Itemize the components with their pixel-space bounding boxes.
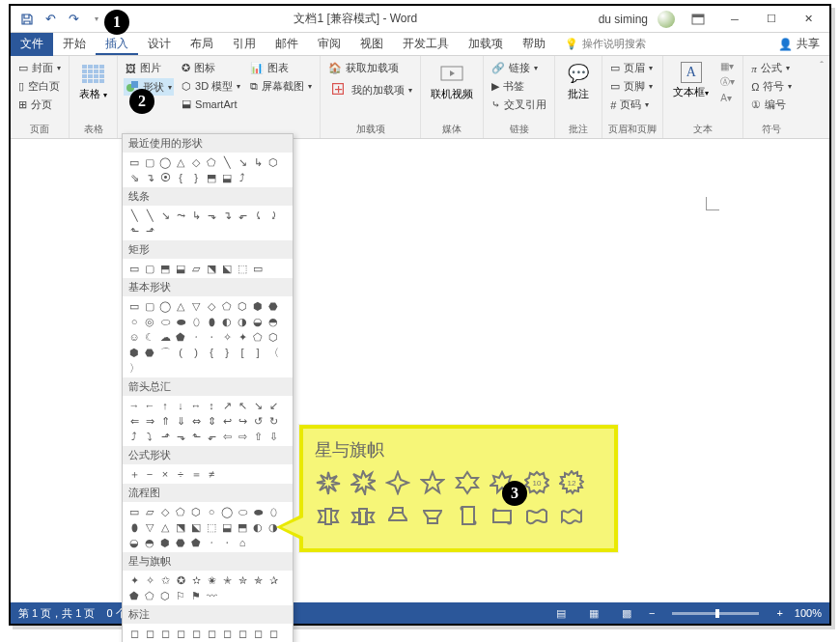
shape-thumb[interactable]: ⬎	[205, 209, 218, 222]
shape-thumb[interactable]: ✫	[189, 573, 203, 587]
shape-thumb[interactable]: {	[174, 171, 187, 184]
my-addins-button[interactable]: 我的加载项▾	[326, 78, 414, 101]
shape-thumb[interactable]: }	[189, 171, 203, 184]
shape-thumb[interactable]: ↙	[266, 399, 280, 412]
redo-icon[interactable]: ↷	[65, 11, 82, 28]
shape-thumb[interactable]: ⬝	[220, 536, 234, 549]
header-button[interactable]: ▭页眉▾	[608, 60, 657, 76]
shape-5pt-star[interactable]	[419, 469, 446, 496]
shape-thumb[interactable]: ⤸	[266, 209, 280, 222]
shape-thumb[interactable]: 〰	[205, 589, 218, 602]
shape-thumb[interactable]: ←	[143, 399, 156, 412]
shape-thumb[interactable]: ◻	[143, 627, 156, 640]
shape-thumb[interactable]: ⤴	[236, 171, 249, 184]
shape-12pt-seal[interactable]: 12	[558, 469, 585, 496]
shape-thumb[interactable]: ⬐	[236, 209, 249, 222]
shape-6pt-star[interactable]	[454, 469, 481, 496]
shape-thumb[interactable]: ⬑	[189, 430, 203, 443]
shape-thumb[interactable]: ☾	[143, 330, 156, 344]
shape-thumb[interactable]: ◻	[158, 627, 172, 640]
shape-thumb[interactable]: ⇐	[127, 414, 141, 428]
shape-vertical-scroll[interactable]	[454, 502, 481, 529]
shape-thumb[interactable]: ◻	[205, 627, 218, 640]
shape-thumb[interactable]: ⇒	[143, 414, 156, 428]
shape-thumb[interactable]: ▢	[143, 262, 156, 275]
shape-thumb[interactable]: ≠	[205, 467, 218, 481]
shape-thumb[interactable]: →	[127, 399, 141, 412]
shape-thumb[interactable]: ◐	[251, 520, 265, 534]
tab-mailings[interactable]: 邮件	[266, 33, 308, 55]
shape-thumb[interactable]: ↴	[143, 171, 156, 184]
shape-thumb[interactable]: ↩	[220, 414, 234, 428]
shape-thumb[interactable]: ⬒	[158, 262, 172, 275]
pictures-button[interactable]: 🖼图片	[124, 60, 174, 76]
shape-thumb[interactable]: ◓	[266, 315, 280, 328]
shape-thumb[interactable]: ↘	[236, 155, 249, 169]
shape-thumb[interactable]: ◻	[236, 627, 249, 640]
shape-thumb[interactable]: ◇	[158, 505, 172, 518]
symbol-button[interactable]: Ω符号▾	[749, 78, 794, 95]
shape-thumb[interactable]: ✬	[205, 573, 218, 587]
shape-thumb[interactable]: ⬭	[236, 505, 249, 518]
shape-thumb[interactable]: ]	[251, 346, 265, 359]
shape-thumb[interactable]: ▭	[127, 505, 141, 518]
shape-thumb[interactable]: ▱	[143, 505, 156, 518]
shape-thumb[interactable]: ⬟	[189, 536, 203, 549]
shape-thumb[interactable]: −	[143, 467, 156, 481]
dropcap-icon[interactable]: A▾	[718, 92, 737, 104]
shape-thumb[interactable]: ✭	[220, 573, 234, 587]
shape-thumb[interactable]: ◻	[189, 627, 203, 640]
shape-thumb[interactable]: ⬓	[174, 262, 187, 275]
shape-thumb[interactable]: ⬓	[220, 171, 234, 184]
shape-ribbon2[interactable]	[350, 502, 377, 529]
bookmark-button[interactable]: ▶书签	[490, 78, 548, 95]
shape-horizontal-scroll[interactable]	[489, 502, 516, 529]
shape-thumb[interactable]: ↘	[251, 399, 265, 412]
shape-thumb[interactable]: ⬔	[205, 262, 218, 275]
shape-thumb[interactable]: ⬬	[251, 505, 265, 518]
tab-file[interactable]: 文件	[11, 33, 53, 56]
shape-thumb[interactable]: ⬠	[251, 330, 265, 344]
shape-thumb[interactable]: ◯	[158, 299, 172, 313]
shape-thumb[interactable]: ⬚	[205, 520, 218, 534]
shape-thumb[interactable]: ⤳	[174, 209, 187, 222]
shape-thumb[interactable]: ↕	[205, 399, 218, 412]
shape-thumb[interactable]: ⬣	[174, 536, 187, 549]
shape-thumb[interactable]: ＋	[127, 467, 141, 481]
shape-thumb[interactable]: ⬔	[174, 520, 187, 534]
shape-thumb[interactable]: ▭	[127, 262, 141, 275]
tab-design[interactable]: 设计	[138, 33, 181, 55]
shape-thumb[interactable]: ◻	[251, 627, 265, 640]
shape-thumb[interactable]: ⬟	[127, 589, 141, 602]
3dmodels-button[interactable]: ⬡3D 模型▾	[180, 78, 242, 95]
shape-wave[interactable]	[523, 502, 550, 529]
shape-thumb[interactable]: ⬠	[220, 299, 234, 313]
shape-thumb[interactable]: ⬏	[143, 224, 156, 237]
shape-thumb[interactable]: ○	[205, 505, 218, 518]
shape-thumb[interactable]: ↴	[220, 209, 234, 222]
shape-thumb[interactable]: ▱	[189, 262, 203, 275]
shape-thumb[interactable]: ▽	[143, 520, 156, 534]
maximize-button[interactable]: ☐	[758, 10, 785, 29]
quickparts-icon[interactable]: ▦▾	[718, 60, 737, 72]
shape-thumb[interactable]: ⬠	[174, 505, 187, 518]
shape-thumb[interactable]: ✦	[236, 330, 249, 344]
shape-thumb[interactable]: ◯	[220, 505, 234, 518]
shape-thumb[interactable]: ⬡	[266, 330, 280, 344]
shape-thumb[interactable]: ◯	[158, 155, 172, 169]
zoom-level[interactable]: 100%	[795, 607, 822, 619]
tab-home[interactable]: 开始	[53, 33, 96, 55]
shape-thumb[interactable]: ◻	[266, 627, 280, 640]
shape-thumb[interactable]: ✮	[236, 573, 249, 587]
shape-thumb[interactable]: ✧	[143, 573, 156, 587]
close-button[interactable]: ✕	[795, 10, 822, 29]
shape-thumb[interactable]: ⇕	[205, 414, 218, 428]
shape-ribbon1[interactable]	[315, 502, 342, 529]
shape-thumb[interactable]: ☁	[158, 330, 172, 344]
footer-button[interactable]: ▭页脚▾	[608, 78, 657, 95]
shape-thumb[interactable]: ⬒	[236, 520, 249, 534]
status-page[interactable]: 第 1 页，共 1 页	[18, 606, 95, 621]
shape-thumb[interactable]: ⬮	[205, 315, 218, 328]
shape-thumb[interactable]: ＝	[189, 467, 203, 481]
tab-addins[interactable]: 加载项	[459, 33, 513, 55]
